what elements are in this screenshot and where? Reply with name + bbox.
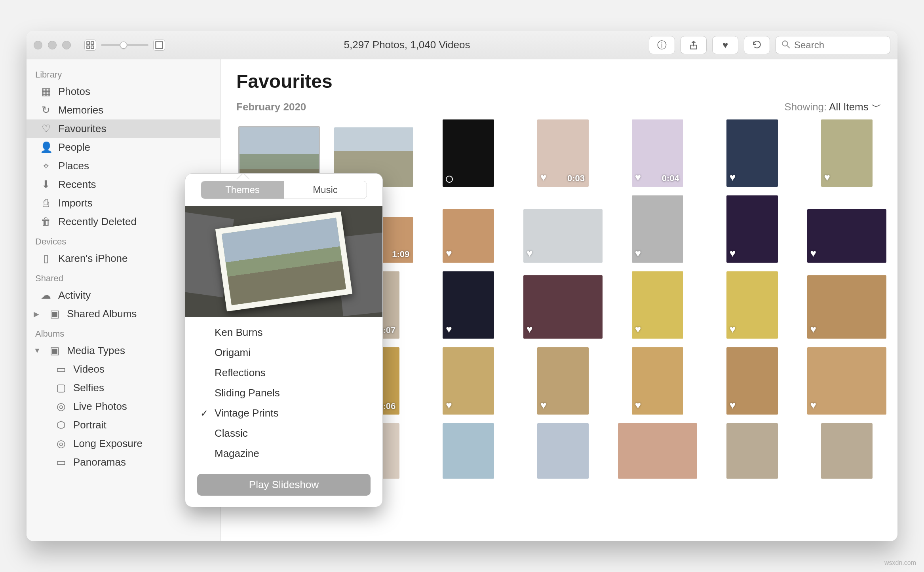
play-slideshow-button[interactable]: Play Slideshow: [197, 474, 371, 496]
favourite-badge-icon: ♥: [810, 247, 816, 259]
svg-rect-4: [156, 42, 162, 48]
sidebar-item-label: Media Types: [67, 345, 125, 357]
photo-thumbnail[interactable]: [726, 423, 778, 479]
theme-option[interactable]: Magazine: [196, 443, 371, 464]
thumbnail-cell: ♥: [426, 209, 511, 263]
close-window-button[interactable]: [34, 41, 42, 49]
thumbnail-size-small-icon[interactable]: [84, 40, 96, 51]
photo-thumbnail[interactable]: [821, 423, 873, 479]
theme-option[interactable]: Sliding Panels: [196, 383, 371, 403]
tab-music[interactable]: Music: [284, 181, 367, 199]
thumbnail-cell: ♥: [804, 119, 890, 187]
photo-thumbnail[interactable]: [618, 423, 697, 479]
main-header: Favourites: [221, 59, 897, 96]
photo-thumbnail[interactable]: ♥: [523, 275, 603, 339]
photo-thumbnail[interactable]: ♥: [807, 347, 886, 415]
photo-thumbnail[interactable]: ♥: [443, 347, 494, 415]
titlebar: 5,297 Photos, 1,040 Videos ⓘ ♥: [27, 31, 897, 59]
favourite-badge-icon: ♥: [730, 323, 736, 335]
zoom-window-button[interactable]: [62, 41, 71, 49]
photo-thumbnail[interactable]: ♥: [821, 119, 873, 187]
photo-thumbnail[interactable]: ♥: [632, 195, 683, 263]
chevron-right-icon[interactable]: ▶: [34, 310, 41, 318]
watermark: wsxdn.com: [884, 559, 916, 566]
favourite-badge-icon: ♥: [446, 399, 452, 411]
video-duration-badge: 1:09: [392, 249, 409, 259]
video-icon: ▭: [55, 363, 67, 375]
window-controls: [34, 41, 71, 49]
thumbnail-cell: [614, 423, 700, 479]
checkmark-icon: ✓: [200, 408, 209, 419]
sidebar-item-label: Favourites: [58, 123, 106, 135]
favourite-badge-icon: ♥: [635, 171, 641, 184]
thumbnail-size-large-icon[interactable]: [153, 40, 165, 51]
photo-thumbnail[interactable]: ♥: [726, 195, 778, 263]
photo-thumbnail[interactable]: ♥: [523, 209, 603, 263]
sidebar-item-label: Karen's iPhone: [58, 252, 128, 265]
photo-thumbnail[interactable]: [443, 119, 494, 187]
sidebar-item-favourites[interactable]: ♡Favourites: [27, 119, 220, 138]
photo-thumbnail[interactable]: ♥0:04: [632, 119, 683, 187]
heart-icon: ♥: [722, 40, 728, 51]
pano-icon: ▭: [55, 456, 67, 468]
theme-option[interactable]: ✓Vintage Prints: [196, 403, 371, 423]
minimize-window-button[interactable]: [48, 41, 57, 49]
live-icon: ◎: [55, 400, 67, 413]
stack-icon: ▣: [49, 345, 61, 357]
sidebar-item-label: Recents: [58, 178, 96, 191]
photo-thumbnail[interactable]: ♥: [726, 271, 778, 339]
favourite-badge-icon: ♥: [540, 171, 546, 184]
sidebar-item-people[interactable]: 👤People: [27, 138, 220, 157]
thumbnail-cell: [804, 423, 890, 479]
photo-thumbnail[interactable]: [443, 423, 494, 479]
photo-thumbnail[interactable]: ♥: [807, 209, 886, 263]
photo-thumbnail[interactable]: [537, 423, 589, 479]
photo-thumbnail[interactable]: ♥: [632, 271, 683, 339]
share-icon: [688, 40, 699, 50]
window-title: 5,297 Photos, 1,040 Videos: [171, 39, 643, 51]
favourite-badge-icon: ♥: [527, 323, 532, 335]
slideshow-tabs: Themes Music: [201, 181, 367, 199]
info-button[interactable]: ⓘ: [649, 36, 675, 54]
cloud-icon: ☁: [40, 289, 52, 301]
photo-thumbnail[interactable]: ♥: [632, 347, 683, 415]
slideshow-settings-popover: Themes Music Ken BurnsOrigamiReflections…: [185, 173, 383, 507]
tab-themes[interactable]: Themes: [201, 181, 284, 199]
thumbnail-size-slider[interactable]: [101, 44, 148, 46]
photo-thumbnail[interactable]: ♥0:03: [537, 119, 589, 187]
thumbnail-cell: ♥: [709, 119, 795, 187]
thumbnail-cell: ♥: [709, 195, 795, 263]
sidebar-item-label: Portrait: [73, 419, 106, 431]
theme-option[interactable]: Classic: [196, 423, 371, 443]
theme-option[interactable]: Origami: [196, 343, 371, 363]
rotate-button[interactable]: [744, 36, 770, 54]
search-input[interactable]: [794, 40, 897, 51]
theme-option[interactable]: Reflections: [196, 363, 371, 383]
share-button[interactable]: [681, 36, 707, 54]
theme-option-label: Origami: [215, 347, 251, 359]
slider-knob[interactable]: [120, 42, 127, 49]
favourite-badge-icon: ♥: [730, 171, 736, 184]
photo-thumbnail[interactable]: ♥: [807, 275, 886, 339]
favourite-button[interactable]: ♥: [712, 36, 738, 54]
theme-option[interactable]: Ken Burns: [196, 322, 371, 343]
chevron-down-icon[interactable]: ▼: [34, 347, 41, 355]
sidebar-item-memories[interactable]: ↻Memories: [27, 101, 220, 119]
trash-icon: 🗑: [40, 216, 52, 228]
photo-thumbnail[interactable]: ♥: [443, 209, 494, 263]
photo-thumbnail[interactable]: ♥: [443, 271, 494, 339]
photo-thumbnail[interactable]: ♥: [537, 347, 589, 415]
toolbar-right: ⓘ ♥: [649, 36, 890, 54]
sidebar-item-label: Imports: [58, 197, 93, 209]
theme-option-label: Reflections: [215, 367, 266, 379]
svg-rect-0: [87, 42, 89, 44]
photos-icon: ▦: [40, 85, 52, 98]
photo-thumbnail[interactable]: ♥: [726, 119, 778, 187]
photo-thumbnail[interactable]: ♥: [726, 347, 778, 415]
search-field[interactable]: [776, 36, 890, 54]
sidebar-item-places[interactable]: ⌖Places: [27, 157, 220, 175]
showing-filter[interactable]: Showing: All Items ﹀: [784, 100, 882, 114]
sidebar-item-photos[interactable]: ▦Photos: [27, 82, 220, 101]
recents-icon: ⬇: [40, 178, 52, 191]
info-icon: ⓘ: [657, 39, 667, 51]
